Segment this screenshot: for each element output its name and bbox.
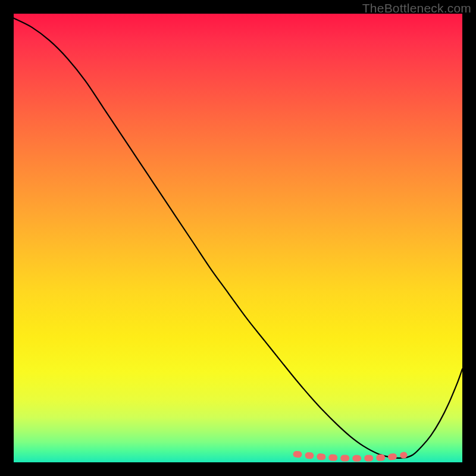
watermark-text: TheBottleneck.com	[362, 1, 471, 15]
chart-container: TheBottleneck.com	[0, 0, 476, 476]
plot-area	[14, 14, 462, 462]
chart-svg	[14, 14, 462, 462]
bottleneck-curve	[14, 18, 462, 458]
